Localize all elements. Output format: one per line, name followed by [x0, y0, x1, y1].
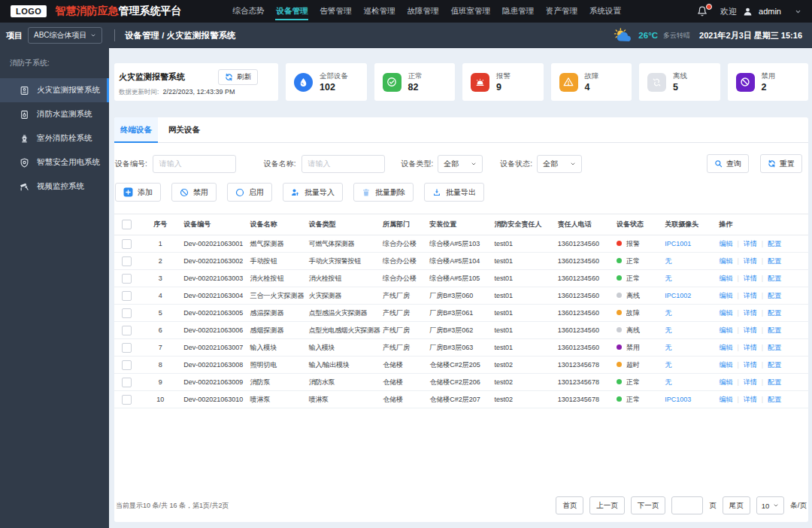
op-link-1[interactable]: 编辑: [720, 361, 733, 369]
row-checkbox[interactable]: [122, 360, 132, 370]
op-separator: |: [762, 361, 763, 369]
row-checkbox[interactable]: [122, 274, 132, 284]
nav-item-8[interactable]: 资产管理: [540, 0, 583, 23]
row-checkbox[interactable]: [122, 343, 132, 353]
username[interactable]: admin: [759, 7, 781, 16]
camera-link[interactable]: 无: [665, 378, 671, 386]
op-link-3[interactable]: 配置: [768, 326, 781, 334]
device-status-select[interactable]: 全部: [537, 155, 582, 173]
user-menu-chevron-icon[interactable]: [795, 8, 801, 15]
op-link-1[interactable]: 编辑: [720, 326, 733, 334]
page-number-input[interactable]: [671, 496, 703, 514]
nav-item-6[interactable]: 值班室管理: [444, 0, 496, 23]
op-link-3[interactable]: 配置: [768, 344, 781, 351]
sidebar-item-2[interactable]: 消防水监测系统: [0, 102, 109, 126]
nav-item-1[interactable]: 综合态势: [226, 0, 270, 23]
tab-1[interactable]: 终端设备: [114, 117, 158, 142]
reset-icon: [768, 159, 776, 168]
op-link-2[interactable]: 详情: [744, 326, 757, 334]
row-checkbox[interactable]: [122, 239, 132, 249]
select-all-checkbox[interactable]: [122, 220, 132, 229]
camera-link[interactable]: IPC1003: [665, 396, 691, 403]
cell-operations: 编辑|详情|配置: [717, 270, 808, 287]
device-type-select[interactable]: 全部: [438, 155, 483, 173]
op-link-1[interactable]: 编辑: [720, 240, 733, 247]
sidebar-item-4[interactable]: 智慧安全用电系统: [0, 150, 109, 174]
op-link-3[interactable]: 配置: [768, 378, 781, 386]
nav-item-7[interactable]: 隐患管理: [496, 0, 540, 23]
op-link-1[interactable]: 编辑: [720, 378, 733, 386]
op-link-2[interactable]: 详情: [744, 240, 757, 247]
op-link-1[interactable]: 编辑: [720, 309, 733, 317]
camera-link[interactable]: 无: [665, 344, 671, 351]
sidebar-item-1[interactable]: 火灾监测报警系统: [0, 78, 109, 102]
op-link-3[interactable]: 配置: [768, 396, 781, 403]
action-button-6[interactable]: 批量导出: [424, 183, 484, 202]
op-link-2[interactable]: 详情: [744, 361, 757, 369]
camera-link[interactable]: IPC1001: [665, 240, 691, 247]
camera-link[interactable]: IPC1002: [665, 292, 691, 299]
row-checkbox[interactable]: [122, 291, 132, 301]
prev-page-button[interactable]: 上一页: [589, 496, 625, 514]
sidebar-item-5[interactable]: 视频监控系统: [0, 174, 109, 199]
op-link-2[interactable]: 详情: [744, 257, 757, 265]
op-link-2[interactable]: 详情: [744, 292, 757, 299]
op-link-1[interactable]: 编辑: [720, 344, 733, 351]
camera-link[interactable]: 无: [665, 326, 671, 334]
bulk-actions: 添加禁用启用批量导入批量删除批量导出: [114, 183, 808, 214]
op-link-1[interactable]: 编辑: [720, 257, 733, 265]
action-button-5[interactable]: 批量删除: [353, 183, 414, 202]
action-button-3[interactable]: 启用: [227, 183, 272, 202]
reset-button[interactable]: 重置: [760, 154, 802, 173]
op-link-3[interactable]: 配置: [768, 309, 781, 317]
op-link-3[interactable]: 配置: [768, 240, 781, 247]
op-link-2[interactable]: 详情: [744, 378, 757, 386]
op-link-2[interactable]: 详情: [744, 309, 757, 317]
action-button-1[interactable]: 添加: [115, 183, 161, 202]
cell-phone: 13601234560: [556, 305, 614, 322]
cell-phone: 13012345678: [556, 374, 614, 391]
row-select-cell: [114, 357, 139, 374]
notification-bell-icon[interactable]: [697, 6, 707, 17]
op-link-1[interactable]: 编辑: [720, 292, 733, 299]
nav-item-9[interactable]: 系统设置: [583, 0, 627, 23]
row-checkbox[interactable]: [122, 326, 132, 335]
op-link-3[interactable]: 配置: [768, 292, 781, 299]
device-name-input[interactable]: 请输入: [301, 155, 385, 173]
row-checkbox[interactable]: [122, 378, 132, 387]
nav-item-5[interactable]: 故障管理: [401, 0, 444, 23]
cell-type: 输入/输出模块: [307, 357, 380, 374]
row-checkbox[interactable]: [122, 308, 132, 318]
action-label: 批量导出: [446, 187, 476, 198]
row-checkbox[interactable]: [122, 395, 132, 405]
refresh-button[interactable]: 刷新: [218, 69, 258, 85]
op-link-1[interactable]: 编辑: [720, 396, 733, 403]
camera-link[interactable]: 无: [665, 275, 671, 282]
camera-link[interactable]: 无: [665, 309, 671, 317]
nav-item-4[interactable]: 巡检管理: [357, 0, 401, 23]
action-button-2[interactable]: 禁用: [171, 183, 217, 202]
op-link-3[interactable]: 配置: [768, 275, 781, 282]
device-id-input[interactable]: 请输入: [153, 155, 236, 173]
cell-type: 点型光电感烟火灾探测器: [307, 322, 380, 339]
op-link-3[interactable]: 配置: [768, 257, 781, 265]
sidebar-item-3[interactable]: 室外消防栓系统: [0, 126, 109, 150]
op-link-2[interactable]: 详情: [744, 396, 757, 403]
search-button[interactable]: 查询: [707, 154, 749, 173]
camera-link[interactable]: 无: [665, 257, 671, 265]
op-link-2[interactable]: 详情: [744, 275, 757, 282]
row-checkbox[interactable]: [122, 256, 132, 266]
tab-2[interactable]: 网关设备: [162, 117, 206, 142]
page-size-select[interactable]: 10: [756, 496, 785, 514]
nav-item-3[interactable]: 告警管理: [314, 0, 357, 23]
project-select[interactable]: ABC综合体项目: [28, 27, 102, 44]
op-link-3[interactable]: 配置: [768, 361, 781, 369]
op-link-1[interactable]: 编辑: [720, 275, 733, 282]
action-button-4[interactable]: 批量导入: [283, 183, 343, 202]
op-link-2[interactable]: 详情: [744, 344, 757, 351]
nav-item-2[interactable]: 设备管理: [270, 0, 314, 23]
last-page-button[interactable]: 尾页: [723, 496, 750, 514]
camera-link[interactable]: 无: [665, 361, 671, 369]
first-page-button[interactable]: 首页: [556, 496, 583, 514]
next-page-button[interactable]: 下一页: [631, 496, 666, 514]
